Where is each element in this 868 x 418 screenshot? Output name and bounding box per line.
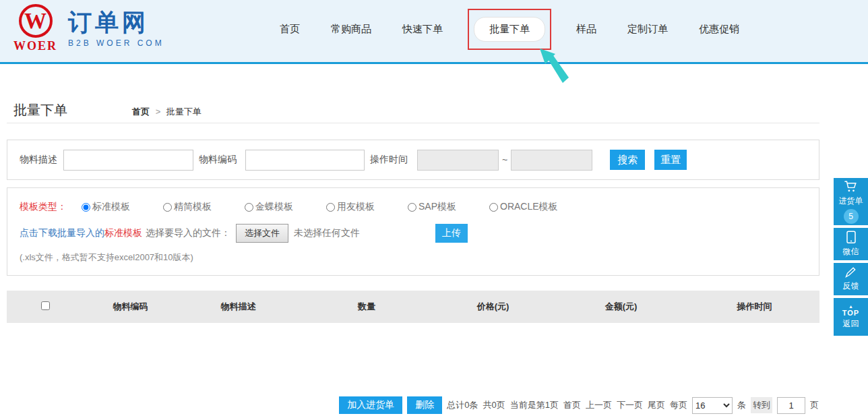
per-page-label: 每页 <box>670 399 687 411</box>
sidebar-feedback-button[interactable]: 反馈 <box>834 263 868 295</box>
upload-button[interactable]: 上传 <box>435 224 468 243</box>
pagination-bar: 加入进货单 删除 总计0条 共0页 当前是第1页 首页 上一页 下一页 尾页 每… <box>339 396 819 414</box>
operate-time-label: 操作时间 <box>370 154 408 166</box>
radio-kingdee-template[interactable]: 金蝶模板 <box>245 201 293 213</box>
radio-oracle-template[interactable]: ORACLE模板 <box>489 201 558 213</box>
material-code-input[interactable] <box>245 150 365 171</box>
template-type-label: 模板类型： <box>20 201 67 213</box>
choose-file-label: 选择要导入的文件： <box>146 227 230 239</box>
radio-simple-template[interactable]: 精简模板 <box>163 201 212 213</box>
breadcrumb-home[interactable]: 首页 <box>132 107 150 117</box>
sidebar-wechat-button[interactable]: 微信 <box>834 228 868 260</box>
search-form: 物料描述 物料编码 操作时间 ~ 搜索 重置 <box>7 140 819 180</box>
sidebar-back-to-top-button[interactable]: ▲ TOP 返回 <box>834 298 868 336</box>
sidebar-wechat-label: 微信 <box>843 246 859 258</box>
woer-logo-icon: W WOER <box>13 4 57 53</box>
add-to-cart-button[interactable]: 加入进货单 <box>339 396 402 414</box>
choose-file-button[interactable]: 选择文件 <box>236 224 288 243</box>
radio-input-oracle[interactable] <box>489 203 498 212</box>
reset-button[interactable]: 重置 <box>654 150 687 170</box>
nav-promotions[interactable]: 优惠促销 <box>699 23 739 36</box>
col-operate-time: 操作时间 <box>689 301 819 313</box>
goto-page-button[interactable]: 转到 <box>751 397 772 413</box>
top-text: TOP <box>842 309 859 317</box>
breadcrumb: 首页 > 批量下单 <box>132 106 202 118</box>
nav-custom-order[interactable]: 定制订单 <box>627 23 668 36</box>
col-quantity: 数量 <box>300 301 433 313</box>
col-price: 价格(元) <box>433 301 553 313</box>
col-material-desc: 物料描述 <box>177 301 300 313</box>
page-unit: 页 <box>810 399 819 411</box>
site-name: 订单网 <box>68 9 164 36</box>
sidebar-cart-label: 进货单 <box>839 196 863 207</box>
nav-samples[interactable]: 样品 <box>576 23 596 36</box>
download-template-name-link[interactable]: 标准模板 <box>104 227 142 239</box>
sidebar-back-label: 返回 <box>843 318 859 330</box>
radio-input-kingdee[interactable] <box>245 203 253 212</box>
date-to-input[interactable] <box>511 150 592 171</box>
template-type-row: 模板类型： 标准模板 精简模板 金蝶模板 用友模板 SAP模板 <box>20 201 819 213</box>
goto-page-input[interactable] <box>777 397 805 414</box>
total-count-text: 总计0条 <box>447 399 478 411</box>
sidebar-feedback-label: 反馈 <box>843 280 859 292</box>
nav-quick-order[interactable]: 快速下单 <box>402 23 443 36</box>
material-desc-input[interactable] <box>63 150 193 171</box>
material-desc-label: 物料描述 <box>20 154 57 166</box>
next-page-link[interactable]: 下一页 <box>617 399 643 411</box>
breadcrumb-separator: > <box>156 107 161 117</box>
material-code-label: 物料编码 <box>199 154 237 166</box>
select-all-checkbox[interactable] <box>41 301 50 310</box>
nav-home[interactable]: 首页 <box>280 23 300 36</box>
upload-row: 点击下载批量导入的 标准模板 选择要导入的文件： 选择文件 未选择任何文件 上传 <box>20 224 819 243</box>
col-amount: 金额(元) <box>553 301 689 313</box>
radio-yonyou-template[interactable]: 用友模板 <box>326 201 375 213</box>
logo[interactable]: W WOER 订单网 B2B WOER COM <box>13 4 164 53</box>
right-toolbar: 进货单 5 微信 反馈 ▲ TOP 返回 <box>834 178 868 336</box>
results-table-header: 物料编码 物料描述 数量 价格(元) 金额(元) 操作时间 <box>7 291 819 323</box>
per-page-select[interactable]: 16 <box>692 397 733 414</box>
total-pages-text: 共0页 <box>483 399 505 411</box>
cart-icon <box>844 180 859 193</box>
site-header: W WOER 订单网 B2B WOER COM 首页 常购商品 快速下单 批量下… <box>0 0 868 64</box>
select-all-cell <box>7 301 84 312</box>
site-subtitle: B2B WOER COM <box>68 38 164 48</box>
breadcrumb-current: 批量下单 <box>166 107 202 117</box>
title-divider <box>7 123 819 123</box>
first-page-link[interactable]: 首页 <box>563 399 581 411</box>
delete-button[interactable]: 删除 <box>407 396 442 414</box>
nav-frequent-goods[interactable]: 常购商品 <box>331 23 371 36</box>
page: W WOER 订单网 B2B WOER COM 首页 常购商品 快速下单 批量下… <box>0 0 868 418</box>
radio-input-simple[interactable] <box>163 203 172 212</box>
page-title: 批量下单 <box>13 101 67 119</box>
col-material-code: 物料编码 <box>84 301 177 313</box>
xls-format-note: (.xls文件，格式暂不支持excel2007和10版本) <box>20 251 819 264</box>
search-button[interactable]: 搜索 <box>610 150 645 170</box>
nav-bulk-order-wrap: 批量下单 <box>474 17 545 42</box>
per-page-unit: 条 <box>737 399 746 411</box>
cart-count-badge: 5 <box>844 209 859 224</box>
date-range-separator: ~ <box>502 154 507 165</box>
date-from-input[interactable] <box>417 150 499 171</box>
logo-word: WOER <box>13 39 57 53</box>
template-upload-panel: 模板类型： 标准模板 精简模板 金蝶模板 用友模板 SAP模板 <box>7 187 819 276</box>
pencil-icon <box>844 266 858 278</box>
logo-circle-w: W <box>19 4 53 38</box>
radio-input-sap[interactable] <box>408 203 416 212</box>
radio-input-standard[interactable] <box>82 203 90 212</box>
radio-sap-template[interactable]: SAP模板 <box>408 201 456 213</box>
current-page-text: 当前是第1页 <box>510 399 559 411</box>
download-template-link[interactable]: 点击下载批量导入的 <box>20 227 104 239</box>
phone-icon <box>846 231 857 244</box>
prev-page-link[interactable]: 上一页 <box>586 399 612 411</box>
logo-text: 订单网 B2B WOER COM <box>68 9 164 49</box>
sidebar-cart-button[interactable]: 进货单 5 <box>834 178 868 225</box>
radio-standard-template[interactable]: 标准模板 <box>82 201 130 213</box>
no-file-chosen-text: 未选择任何文件 <box>294 227 360 239</box>
annotation-arrow-icon <box>538 48 569 84</box>
last-page-link[interactable]: 尾页 <box>648 399 665 411</box>
nav-bulk-order[interactable]: 批量下单 <box>474 17 545 42</box>
radio-input-yonyou[interactable] <box>326 203 335 212</box>
main-nav: 首页 常购商品 快速下单 批量下单 样品 定制订单 优惠促销 <box>280 15 739 43</box>
